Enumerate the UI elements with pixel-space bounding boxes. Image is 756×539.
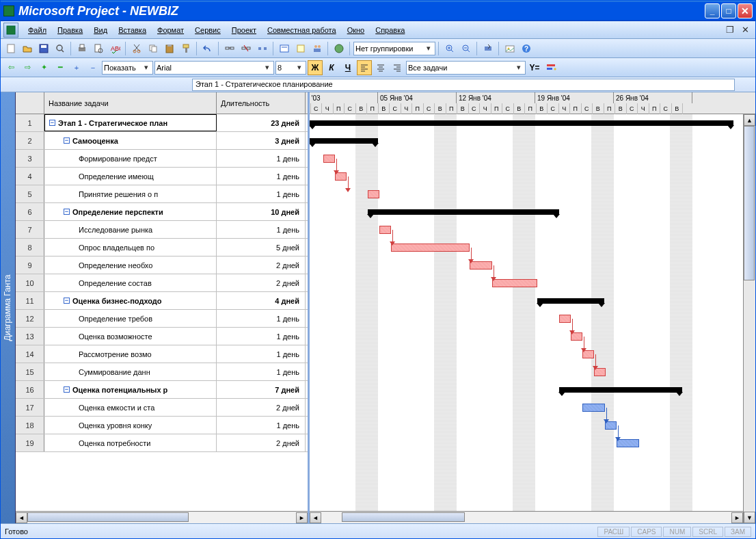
fontsize-combo[interactable]: 8▾ bbox=[275, 61, 306, 75]
duration-cell[interactable]: 4 дней bbox=[217, 292, 306, 309]
open-file-icon[interactable] bbox=[20, 41, 35, 56]
outline-collapse-icon[interactable]: − bbox=[64, 209, 70, 215]
gantt-body[interactable] bbox=[310, 114, 755, 523]
task-info-icon[interactable] bbox=[277, 41, 292, 56]
format-painter-icon[interactable] bbox=[178, 41, 193, 56]
row-number[interactable]: 15 bbox=[16, 363, 44, 380]
duration-cell[interactable]: 1 день bbox=[217, 328, 306, 345]
table-row[interactable]: 15Суммирование данн1 день bbox=[16, 363, 308, 381]
hide-subtasks-icon[interactable]: − bbox=[85, 60, 100, 75]
task-name-cell[interactable]: Суммирование данн bbox=[44, 363, 217, 380]
filter-combo[interactable]: Все задачи▾ bbox=[406, 61, 526, 75]
table-row[interactable]: 5Принятие решения о п1 день bbox=[16, 185, 308, 203]
view-sidebar[interactable]: Диаграмма Ганта bbox=[1, 92, 16, 523]
nav-back-icon[interactable]: ⇦ bbox=[3, 60, 18, 75]
doc-close-icon[interactable]: ✕ bbox=[740, 25, 751, 36]
row-number[interactable]: 1 bbox=[16, 114, 44, 131]
task-name-cell[interactable]: Принятие решения о п bbox=[44, 185, 217, 202]
task-name-cell[interactable]: Определение имеющ bbox=[44, 168, 217, 185]
search-icon[interactable] bbox=[53, 41, 68, 56]
underline-button[interactable]: Ч bbox=[340, 60, 355, 75]
copy-picture-icon[interactable] bbox=[502, 41, 517, 56]
print-preview-icon[interactable] bbox=[91, 41, 106, 56]
table-row[interactable]: 17Оценка емкости и ста2 дней bbox=[16, 399, 308, 417]
table-row[interactable]: 12Определение требов1 день bbox=[16, 310, 308, 328]
show-subtasks-icon[interactable]: + bbox=[69, 60, 84, 75]
menu-edit[interactable]: Правка bbox=[52, 24, 88, 36]
task-bar[interactable] bbox=[368, 190, 379, 198]
table-row[interactable]: 8Опрос владельцев по5 дней bbox=[16, 239, 308, 257]
column-duration[interactable]: Длительность bbox=[217, 92, 306, 114]
row-number[interactable]: 3 bbox=[16, 150, 44, 167]
table-row[interactable]: 13Оценка возможносте1 день bbox=[16, 328, 308, 345]
outdent-icon[interactable]: ✦ bbox=[36, 60, 51, 75]
menu-view[interactable]: Вид bbox=[88, 24, 113, 36]
unlink-task-icon[interactable] bbox=[239, 41, 254, 56]
task-name-cell[interactable]: −Самооценка bbox=[44, 132, 217, 149]
cut-icon[interactable] bbox=[129, 41, 144, 56]
task-name-cell[interactable]: −Оценка потенциальных р bbox=[44, 381, 217, 398]
indent-icon[interactable]: ━ bbox=[53, 60, 68, 75]
outline-collapse-icon[interactable]: − bbox=[49, 120, 55, 126]
table-row[interactable]: 10Определение состав2 дней bbox=[16, 274, 308, 292]
scroll-up-icon[interactable]: ▲ bbox=[744, 114, 755, 126]
outline-collapse-icon[interactable]: − bbox=[64, 386, 70, 393]
link-task-icon[interactable] bbox=[222, 41, 237, 56]
row-number[interactable]: 5 bbox=[16, 185, 44, 202]
zoom-in-icon[interactable] bbox=[442, 41, 457, 56]
menu-collab[interactable]: Совместная работа bbox=[262, 24, 342, 36]
maximize-button[interactable]: □ bbox=[721, 3, 736, 18]
row-number[interactable]: 13 bbox=[16, 328, 44, 345]
menu-help[interactable]: Справка bbox=[370, 24, 410, 36]
row-number[interactable]: 9 bbox=[16, 257, 44, 274]
copy-icon[interactable] bbox=[146, 41, 161, 56]
duration-cell[interactable]: 1 день bbox=[217, 417, 306, 434]
summary-bar[interactable] bbox=[310, 138, 378, 144]
table-row[interactable]: 18Оценка уровня конку1 день bbox=[16, 417, 308, 434]
table-row[interactable]: 7Исследование рынка1 день bbox=[16, 221, 308, 239]
task-name-cell[interactable]: Опрос владельцев по bbox=[44, 239, 217, 256]
duration-cell[interactable]: 1 день bbox=[217, 185, 306, 202]
split-task-icon[interactable] bbox=[255, 41, 270, 56]
menu-project[interactable]: Проект bbox=[226, 24, 262, 36]
font-combo[interactable]: Arial▾ bbox=[154, 61, 274, 75]
row-number[interactable]: 10 bbox=[16, 274, 44, 291]
system-menu-icon[interactable] bbox=[3, 23, 18, 38]
task-bar[interactable] bbox=[492, 279, 537, 287]
task-name-cell[interactable]: Определение состав bbox=[44, 274, 217, 291]
task-notes-icon[interactable] bbox=[293, 41, 308, 56]
column-taskname[interactable]: Название задачи bbox=[44, 92, 217, 114]
align-center-button[interactable] bbox=[373, 60, 388, 75]
scroll-right-icon[interactable]: ► bbox=[731, 512, 743, 523]
task-name-cell[interactable]: Оценка емкости и ста bbox=[44, 399, 217, 416]
paste-icon[interactable] bbox=[162, 41, 177, 56]
close-button[interactable]: ✕ bbox=[738, 3, 753, 18]
summary-bar[interactable] bbox=[559, 387, 682, 393]
duration-cell[interactable]: 2 дней bbox=[217, 434, 306, 451]
task-name-cell[interactable]: −Определение перспекти bbox=[44, 203, 217, 220]
scroll-down-icon[interactable]: ▼ bbox=[744, 512, 755, 523]
task-name-cell[interactable]: Оценка потребности bbox=[44, 434, 217, 451]
nav-forward-icon[interactable]: ⇨ bbox=[20, 60, 35, 75]
task-name-cell[interactable]: −Этап 1 - Стратегическое план bbox=[44, 114, 217, 131]
undo-icon[interactable] bbox=[200, 41, 215, 56]
summary-bar[interactable] bbox=[310, 120, 733, 126]
duration-cell[interactable]: 1 день bbox=[217, 168, 306, 185]
duration-cell[interactable]: 5 дней bbox=[217, 239, 306, 256]
grouping-combo[interactable]: Нет группировки▾ bbox=[353, 42, 435, 55]
row-number[interactable]: 6 bbox=[16, 203, 44, 220]
row-header-corner[interactable] bbox=[16, 92, 44, 114]
help-icon[interactable]: ? bbox=[519, 41, 534, 56]
row-number[interactable]: 12 bbox=[16, 310, 44, 327]
show-combo[interactable]: Показать▾ bbox=[102, 61, 153, 75]
duration-cell[interactable]: 2 дней bbox=[217, 399, 306, 416]
task-name-cell[interactable]: Оценка возможносте bbox=[44, 328, 217, 345]
gantt-vscroll[interactable]: ▲ ▼ bbox=[743, 114, 755, 523]
formula-input[interactable]: Этап 1 - Стратегическое планирование bbox=[192, 79, 735, 91]
menu-file[interactable]: Файл bbox=[23, 24, 52, 36]
outline-collapse-icon[interactable]: − bbox=[64, 137, 70, 144]
row-number[interactable]: 19 bbox=[16, 434, 44, 451]
task-name-cell[interactable]: Исследование рынка bbox=[44, 221, 217, 238]
table-row[interactable]: 1−Этап 1 - Стратегическое план23 дней bbox=[16, 114, 308, 132]
table-row[interactable]: 16−Оценка потенциальных р7 дней bbox=[16, 381, 308, 399]
